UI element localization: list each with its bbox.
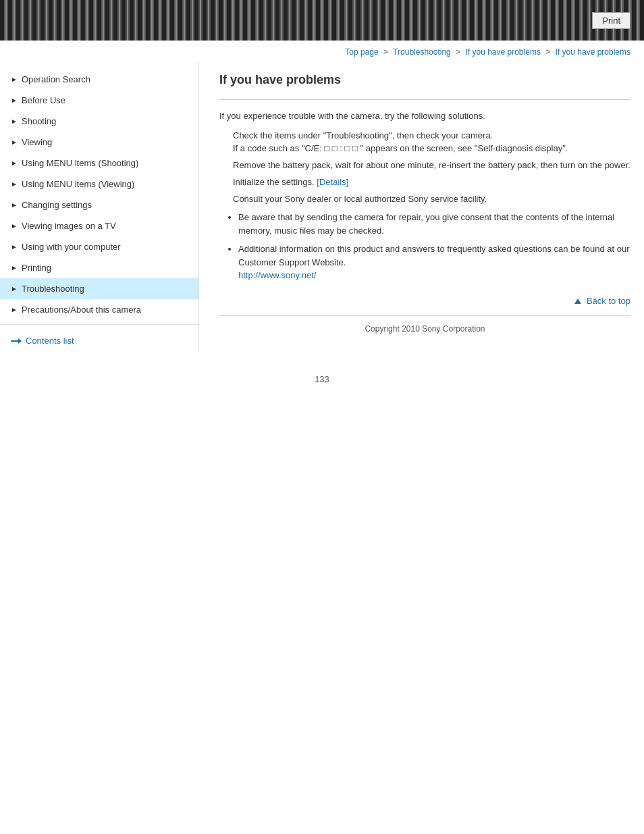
sidebar: ► Operation Search ► Before Use ► Shooti… <box>0 62 199 353</box>
chevron-right-icon: ► <box>11 138 18 146</box>
solution-line-5: Consult your Sony dealer or local author… <box>233 194 630 204</box>
chevron-right-icon: ► <box>11 306 18 313</box>
bottom-divider <box>219 315 630 316</box>
main-layout: ► Operation Search ► Before Use ► Shooti… <box>0 62 644 361</box>
solution-block-3: Initialize the settings. [Details] <box>219 177 630 187</box>
sidebar-label: Shooting <box>22 116 56 126</box>
chevron-right-icon: ► <box>11 118 18 125</box>
sidebar-item-operation-search[interactable]: ► Operation Search <box>0 69 198 90</box>
intro-text: If you experience trouble with the camer… <box>219 111 630 121</box>
breadcrumb-troubleshooting[interactable]: Troubleshooting <box>393 47 451 57</box>
chevron-right-icon: ► <box>11 243 18 251</box>
solution-block-4: Consult your Sony dealer or local author… <box>219 194 630 204</box>
content-title-bar: If you have problems <box>219 69 630 100</box>
solution-line-3: Remove the battery pack, wait for about … <box>233 160 630 170</box>
sidebar-item-before-use[interactable]: ► Before Use <box>0 90 198 111</box>
sidebar-label: Changing settings <box>22 200 92 210</box>
page-title: If you have problems <box>219 69 630 94</box>
sidebar-item-using-menu-viewing[interactable]: ► Using MENU items (Viewing) <box>0 174 198 194</box>
chevron-right-icon: ► <box>11 76 18 83</box>
bullet-item-2: Additional information on this product a… <box>238 242 630 282</box>
sidebar-label: Viewing images on a TV <box>22 221 116 231</box>
sidebar-label: Precautions/About this camera <box>22 305 141 315</box>
sidebar-item-changing-settings[interactable]: ► Changing settings <box>0 194 198 215</box>
page-number: 133 <box>0 361 644 398</box>
triangle-up-icon <box>574 298 581 304</box>
sidebar-item-printing[interactable]: ► Printing <box>0 257 198 278</box>
sidebar-label: Using MENU items (Shooting) <box>22 158 138 168</box>
chevron-right-icon: ► <box>11 285 18 292</box>
solution-block-1: Check the items under "Troubleshooting",… <box>219 130 630 153</box>
sidebar-item-using-with-computer[interactable]: ► Using with your computer <box>0 236 198 257</box>
sidebar-label: Troubleshooting <box>22 284 84 294</box>
sidebar-divider <box>0 324 198 325</box>
bullet-list: Be aware that by sending the camera for … <box>219 211 630 282</box>
chevron-right-icon: ► <box>11 97 18 104</box>
solution-block-2: Remove the battery pack, wait for about … <box>219 160 630 170</box>
content-area: If you have problems If you experience t… <box>199 62 644 361</box>
sony-url-link[interactable]: http://www.sony.net/ <box>238 270 316 280</box>
sidebar-item-precautions[interactable]: ► Precautions/About this camera <box>0 299 198 320</box>
bullet-item-1: Be aware that by sending the camera for … <box>238 211 630 237</box>
contents-list-label: Contents list <box>26 336 74 346</box>
solution-line-4: Initialize the settings. [Details] <box>233 177 630 187</box>
chevron-right-icon: ► <box>11 180 18 188</box>
details-link[interactable]: [Details] <box>317 177 348 187</box>
contents-list-link[interactable]: Contents list <box>0 329 198 353</box>
sidebar-label: Using with your computer <box>22 242 121 252</box>
header-bar: Print <box>0 0 644 41</box>
sidebar-label: Using MENU items (Viewing) <box>22 179 134 189</box>
breadcrumb-if-you-have-problems-1[interactable]: If you have problems <box>465 47 540 57</box>
solution-line-1: Check the items under "Troubleshooting",… <box>233 130 630 140</box>
solution-line-2: If a code such as "C/E: □ □ : □ □ " appe… <box>233 143 630 153</box>
arrow-right-icon <box>11 338 22 344</box>
chevron-right-icon: ► <box>11 264 18 271</box>
sidebar-item-viewing-images-tv[interactable]: ► Viewing images on a TV <box>0 215 198 236</box>
sidebar-label: Operation Search <box>22 74 90 84</box>
back-to-top-link[interactable]: Back to top <box>574 296 630 306</box>
back-to-top[interactable]: Back to top <box>219 296 630 306</box>
sidebar-label: Printing <box>22 263 51 273</box>
sidebar-item-shooting[interactable]: ► Shooting <box>0 111 198 132</box>
print-button[interactable]: Print <box>592 12 630 29</box>
sidebar-item-troubleshooting[interactable]: ► Troubleshooting <box>0 278 198 299</box>
breadcrumb: Top page > Troubleshooting > If you have… <box>0 41 644 62</box>
chevron-right-icon: ► <box>11 201 18 209</box>
sidebar-item-using-menu-shooting[interactable]: ► Using MENU items (Shooting) <box>0 153 198 174</box>
sidebar-item-viewing[interactable]: ► Viewing <box>0 132 198 153</box>
sidebar-label: Viewing <box>22 137 52 147</box>
breadcrumb-if-you-have-problems-2[interactable]: If you have problems <box>556 47 630 57</box>
copyright: Copyright 2010 Sony Corporation <box>219 321 630 347</box>
breadcrumb-top-page[interactable]: Top page <box>345 47 378 57</box>
sidebar-label: Before Use <box>22 95 65 105</box>
chevron-right-icon: ► <box>11 159 18 167</box>
chevron-right-icon: ► <box>11 222 18 230</box>
